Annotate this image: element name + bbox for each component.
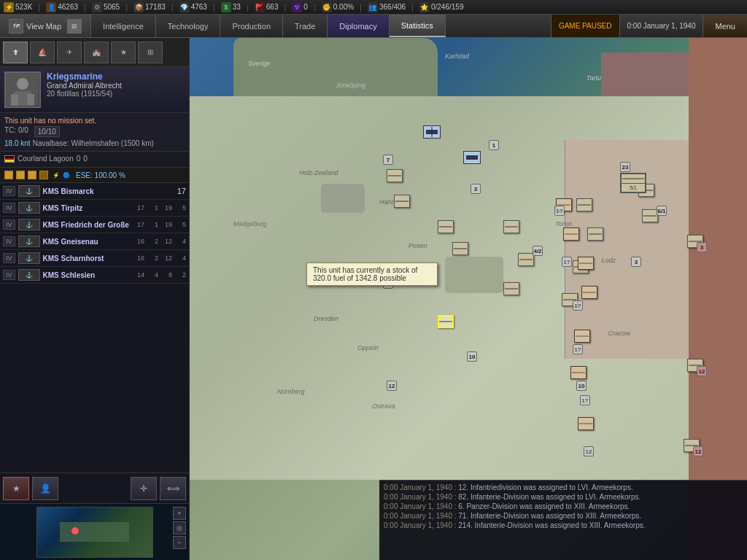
resource-supplies: 📦 17183 bbox=[133, 2, 166, 12]
ship-name-friedrich: KMS Friedrich der Große bbox=[43, 221, 130, 229]
resource-bar: ⚡ 523K | 👤 46263 | ⚙ 5065 | 📦 17183 | 💎 … bbox=[0, 0, 747, 15]
resource-ic: ⚙ 5065 bbox=[92, 2, 120, 12]
ship-row-schlesien[interactable]: IV ⚓ KMS Schlesien 14 4 8 2 bbox=[0, 267, 189, 284]
tab-garrison[interactable]: 🏰 bbox=[84, 42, 109, 63]
unit-polish-5[interactable] bbox=[574, 330, 590, 343]
right-num-12: 12 bbox=[697, 366, 707, 376]
ship-name-bismarck: KMS Bismarck bbox=[43, 187, 171, 195]
unit-polish-7[interactable] bbox=[578, 417, 594, 430]
resource-cash: $ 33 bbox=[221, 2, 241, 12]
unit-polish-6[interactable] bbox=[570, 366, 587, 379]
resource-manpower: 👤 46263 bbox=[46, 2, 78, 12]
svg-rect-9 bbox=[466, 155, 478, 160]
view-map-button[interactable]: 🗺 View Map ⊞ bbox=[0, 15, 91, 37]
morale-icon2: 🔵 bbox=[63, 172, 70, 179]
resource-dissent: ✊ 0.00% bbox=[322, 2, 354, 12]
map-num-7: 7 bbox=[383, 155, 393, 165]
unit-counter-g6[interactable] bbox=[518, 253, 534, 266]
minimap-zoom-out[interactable]: − bbox=[173, 536, 186, 549]
action-buttons: ★ 👤 ✛ ⟺ bbox=[0, 473, 189, 504]
menu-button[interactable]: Menu bbox=[703, 15, 747, 37]
loc-val1: 0 bbox=[77, 155, 81, 163]
dissent-icon: ✊ bbox=[322, 2, 332, 12]
terrain-patch-1 bbox=[321, 184, 365, 213]
ship-class-iv-5: IV bbox=[3, 253, 15, 263]
polish-num-1: 1? bbox=[554, 206, 565, 216]
minimap-controls: + ◎ − bbox=[173, 507, 186, 549]
polish-num-5: 1? bbox=[580, 395, 590, 405]
ship-row-friedrich[interactable]: IV ⚓ KMS Friedrich der Große 17 1 19 5 bbox=[0, 217, 189, 233]
tab-leader[interactable]: ★ bbox=[111, 42, 136, 63]
tab-ship[interactable]: ⛵ bbox=[30, 42, 55, 63]
map-background[interactable]: Sverige Jönköping Karlstad Tartu Holz-Ze… bbox=[190, 38, 747, 560]
action-person-btn[interactable]: 👤 bbox=[32, 477, 58, 500]
log-entry-2: 0:00 January 1, 1940 : 82. Infanterie-Di… bbox=[384, 493, 743, 501]
stacked-counter-1[interactable]: 5/1 bbox=[620, 173, 646, 193]
tab-statistics[interactable]: Statistics bbox=[390, 15, 446, 37]
action-arrows-btn[interactable]: ⟺ bbox=[160, 477, 186, 500]
minimap[interactable] bbox=[36, 507, 153, 558]
unit-counter-g8[interactable] bbox=[576, 198, 592, 211]
map-num-10b: 10 bbox=[576, 381, 587, 391]
tab-trade[interactable]: Trade bbox=[283, 15, 328, 37]
polish-num-2: 1? bbox=[562, 257, 572, 267]
unit-counter-g7[interactable] bbox=[503, 282, 519, 295]
map-num-23: 23 bbox=[620, 162, 630, 172]
unit-counter-g13[interactable] bbox=[642, 209, 658, 222]
mp2-icon: 👥 bbox=[368, 2, 378, 12]
minimap-position bbox=[71, 527, 79, 534]
ship-row-tirpitz[interactable]: IV ⚓ KMS Tirpitz 17 1 19 5 bbox=[0, 200, 189, 217]
unit-counter-g1[interactable] bbox=[387, 169, 403, 182]
unit-counter-g9[interactable] bbox=[587, 228, 603, 241]
unit-polish-3[interactable] bbox=[578, 257, 594, 270]
base-info-panel: Courland Lagoon 0 0 bbox=[0, 152, 189, 168]
action-cross-btn[interactable]: ✛ bbox=[131, 477, 157, 500]
morale-bar-3 bbox=[28, 171, 36, 179]
log-entry-4: 0:00 January 1, 1940 : 71. Infanterie-Di… bbox=[384, 512, 743, 520]
tab-land[interactable]: 🗡 bbox=[3, 42, 28, 63]
tab-intelligence[interactable]: Intelligence bbox=[91, 15, 156, 37]
tab-diplomacy[interactable]: Diplomacy bbox=[328, 15, 389, 37]
minimap-bg bbox=[37, 508, 152, 557]
svg-rect-4 bbox=[27, 94, 34, 106]
action-star-btn[interactable]: ★ bbox=[3, 477, 29, 500]
svg-rect-3 bbox=[11, 94, 18, 106]
minimap-land-mass bbox=[60, 522, 129, 542]
unit-counter-g3[interactable] bbox=[438, 220, 454, 233]
unit-counter-g2[interactable] bbox=[394, 195, 410, 208]
right-num-3: 3 bbox=[697, 242, 707, 252]
ship-icon-3: ⚓ bbox=[18, 219, 40, 230]
map-num-10: 10 bbox=[467, 351, 477, 362]
map-area[interactable]: Sverige Jönköping Karlstad Tartu Holz-Ze… bbox=[190, 38, 747, 560]
tab-all[interactable]: ⊞ bbox=[138, 42, 163, 63]
nuclear-icon: ☢ bbox=[292, 2, 302, 12]
left-panel: 🗡 ⛵ ✈ 🏰 ★ ⊞ bbox=[0, 38, 190, 560]
ship-row-gneisenau[interactable]: IV ⚓ KMS Gneisenau 16 2 12 4 bbox=[0, 233, 189, 250]
naval-unit-1[interactable] bbox=[423, 125, 441, 139]
naval-unit-2[interactable] bbox=[463, 151, 481, 164]
tab-technology[interactable]: Technology bbox=[156, 15, 221, 37]
unit-counter-g5[interactable] bbox=[503, 220, 519, 233]
unit-polish-2[interactable] bbox=[563, 228, 579, 241]
unit-polish-4[interactable] bbox=[581, 286, 597, 299]
unit-speed: 18.0 knt Navalbase: Wilhelmshafen (1500 … bbox=[4, 139, 185, 147]
minimap-area[interactable]: + ◎ − bbox=[0, 504, 189, 560]
tab-air[interactable]: ✈ bbox=[57, 42, 82, 63]
selected-unit-cluster[interactable] bbox=[438, 315, 454, 328]
ship-class-iv-2: IV bbox=[3, 203, 15, 213]
location-row: Courland Lagoon 0 0 bbox=[4, 155, 185, 163]
game-date-display: 0:00 January 1, 1940 bbox=[620, 15, 703, 37]
ship-row-bismarck[interactable]: IV ⚓ KMS Bismarck 17 bbox=[0, 183, 189, 200]
misc-icon: ⭐ bbox=[419, 2, 430, 12]
ship-row-scharnhorst[interactable]: IV ⚓ KMS Scharnhorst 16 2 12 4 bbox=[0, 250, 189, 267]
commander-panel: Kriegsmarine Grand Admiral Albrecht 20 f… bbox=[0, 67, 189, 113]
minimap-center[interactable]: ◎ bbox=[173, 521, 186, 534]
tab-production[interactable]: Production bbox=[220, 15, 283, 37]
manpower-icon: 👤 bbox=[46, 2, 56, 12]
unit-counter-g4[interactable] bbox=[452, 242, 468, 255]
minimap-zoom-in[interactable]: + bbox=[173, 507, 186, 520]
main-area: 🗡 ⛵ ✈ 🏰 ★ ⊞ bbox=[0, 38, 747, 560]
friedrich-stats: 17 1 19 5 bbox=[133, 221, 186, 228]
event-log: 0:00 January 1, 1940 : 12. Infantriedivi… bbox=[379, 480, 747, 560]
commander-portrait bbox=[4, 71, 41, 108]
